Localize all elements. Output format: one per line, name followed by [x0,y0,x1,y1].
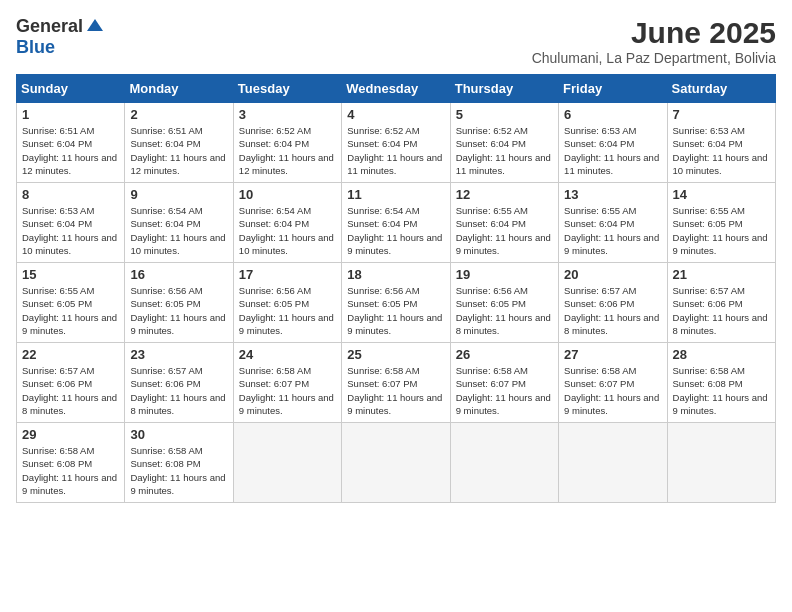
day-info: Sunrise: 6:56 AMSunset: 6:05 PMDaylight:… [456,284,553,337]
day-number: 24 [239,347,336,362]
day-info: Sunrise: 6:57 AMSunset: 6:06 PMDaylight:… [130,364,227,417]
day-number: 17 [239,267,336,282]
day-cell-23: 23Sunrise: 6:57 AMSunset: 6:06 PMDayligh… [125,343,233,423]
empty-cell [450,423,558,503]
location-subtitle: Chulumani, La Paz Department, Bolivia [532,50,776,66]
day-info: Sunrise: 6:58 AMSunset: 6:08 PMDaylight:… [673,364,770,417]
day-info: Sunrise: 6:58 AMSunset: 6:07 PMDaylight:… [239,364,336,417]
day-header-thursday: Thursday [450,75,558,103]
day-number: 5 [456,107,553,122]
day-info: Sunrise: 6:58 AMSunset: 6:08 PMDaylight:… [130,444,227,497]
day-cell-11: 11Sunrise: 6:54 AMSunset: 6:04 PMDayligh… [342,183,450,263]
day-number: 25 [347,347,444,362]
day-number: 11 [347,187,444,202]
day-number: 18 [347,267,444,282]
day-number: 23 [130,347,227,362]
day-cell-14: 14Sunrise: 6:55 AMSunset: 6:05 PMDayligh… [667,183,775,263]
day-info: Sunrise: 6:55 AMSunset: 6:05 PMDaylight:… [673,204,770,257]
day-number: 8 [22,187,119,202]
logo: General Blue [16,16,105,58]
page-header: General Blue June 2025 Chulumani, La Paz… [16,16,776,66]
day-header-wednesday: Wednesday [342,75,450,103]
day-number: 15 [22,267,119,282]
day-info: Sunrise: 6:54 AMSunset: 6:04 PMDaylight:… [347,204,444,257]
day-info: Sunrise: 6:55 AMSunset: 6:04 PMDaylight:… [564,204,661,257]
day-cell-17: 17Sunrise: 6:56 AMSunset: 6:05 PMDayligh… [233,263,341,343]
day-info: Sunrise: 6:53 AMSunset: 6:04 PMDaylight:… [673,124,770,177]
calendar-table: SundayMondayTuesdayWednesdayThursdayFrid… [16,74,776,503]
day-number: 26 [456,347,553,362]
day-info: Sunrise: 6:58 AMSunset: 6:07 PMDaylight:… [564,364,661,417]
day-number: 1 [22,107,119,122]
day-info: Sunrise: 6:56 AMSunset: 6:05 PMDaylight:… [347,284,444,337]
day-cell-1: 1Sunrise: 6:51 AMSunset: 6:04 PMDaylight… [17,103,125,183]
empty-cell [559,423,667,503]
day-info: Sunrise: 6:52 AMSunset: 6:04 PMDaylight:… [239,124,336,177]
empty-cell [667,423,775,503]
day-number: 28 [673,347,770,362]
day-number: 14 [673,187,770,202]
empty-cell [342,423,450,503]
empty-cell [233,423,341,503]
day-cell-25: 25Sunrise: 6:58 AMSunset: 6:07 PMDayligh… [342,343,450,423]
calendar-week-2: 8Sunrise: 6:53 AMSunset: 6:04 PMDaylight… [17,183,776,263]
day-header-friday: Friday [559,75,667,103]
day-number: 19 [456,267,553,282]
day-cell-6: 6Sunrise: 6:53 AMSunset: 6:04 PMDaylight… [559,103,667,183]
day-number: 20 [564,267,661,282]
day-cell-20: 20Sunrise: 6:57 AMSunset: 6:06 PMDayligh… [559,263,667,343]
logo-icon [85,17,105,37]
day-number: 4 [347,107,444,122]
day-info: Sunrise: 6:56 AMSunset: 6:05 PMDaylight:… [130,284,227,337]
day-cell-27: 27Sunrise: 6:58 AMSunset: 6:07 PMDayligh… [559,343,667,423]
day-number: 29 [22,427,119,442]
day-header-saturday: Saturday [667,75,775,103]
day-cell-10: 10Sunrise: 6:54 AMSunset: 6:04 PMDayligh… [233,183,341,263]
day-info: Sunrise: 6:52 AMSunset: 6:04 PMDaylight:… [456,124,553,177]
day-cell-2: 2Sunrise: 6:51 AMSunset: 6:04 PMDaylight… [125,103,233,183]
day-number: 13 [564,187,661,202]
calendar-week-5: 29Sunrise: 6:58 AMSunset: 6:08 PMDayligh… [17,423,776,503]
day-cell-29: 29Sunrise: 6:58 AMSunset: 6:08 PMDayligh… [17,423,125,503]
calendar-week-4: 22Sunrise: 6:57 AMSunset: 6:06 PMDayligh… [17,343,776,423]
day-cell-15: 15Sunrise: 6:55 AMSunset: 6:05 PMDayligh… [17,263,125,343]
day-number: 2 [130,107,227,122]
day-cell-19: 19Sunrise: 6:56 AMSunset: 6:05 PMDayligh… [450,263,558,343]
day-number: 7 [673,107,770,122]
day-info: Sunrise: 6:53 AMSunset: 6:04 PMDaylight:… [564,124,661,177]
day-cell-28: 28Sunrise: 6:58 AMSunset: 6:08 PMDayligh… [667,343,775,423]
day-cell-26: 26Sunrise: 6:58 AMSunset: 6:07 PMDayligh… [450,343,558,423]
day-header-monday: Monday [125,75,233,103]
day-cell-13: 13Sunrise: 6:55 AMSunset: 6:04 PMDayligh… [559,183,667,263]
month-title: June 2025 [532,16,776,50]
day-info: Sunrise: 6:53 AMSunset: 6:04 PMDaylight:… [22,204,119,257]
day-info: Sunrise: 6:57 AMSunset: 6:06 PMDaylight:… [22,364,119,417]
day-info: Sunrise: 6:55 AMSunset: 6:04 PMDaylight:… [456,204,553,257]
day-cell-9: 9Sunrise: 6:54 AMSunset: 6:04 PMDaylight… [125,183,233,263]
day-cell-18: 18Sunrise: 6:56 AMSunset: 6:05 PMDayligh… [342,263,450,343]
day-cell-16: 16Sunrise: 6:56 AMSunset: 6:05 PMDayligh… [125,263,233,343]
day-cell-12: 12Sunrise: 6:55 AMSunset: 6:04 PMDayligh… [450,183,558,263]
day-info: Sunrise: 6:58 AMSunset: 6:07 PMDaylight:… [456,364,553,417]
day-number: 30 [130,427,227,442]
day-header-tuesday: Tuesday [233,75,341,103]
calendar-week-3: 15Sunrise: 6:55 AMSunset: 6:05 PMDayligh… [17,263,776,343]
day-info: Sunrise: 6:52 AMSunset: 6:04 PMDaylight:… [347,124,444,177]
day-number: 16 [130,267,227,282]
day-info: Sunrise: 6:56 AMSunset: 6:05 PMDaylight:… [239,284,336,337]
day-info: Sunrise: 6:51 AMSunset: 6:04 PMDaylight:… [130,124,227,177]
calendar-week-1: 1Sunrise: 6:51 AMSunset: 6:04 PMDaylight… [17,103,776,183]
day-cell-5: 5Sunrise: 6:52 AMSunset: 6:04 PMDaylight… [450,103,558,183]
day-cell-8: 8Sunrise: 6:53 AMSunset: 6:04 PMDaylight… [17,183,125,263]
day-cell-7: 7Sunrise: 6:53 AMSunset: 6:04 PMDaylight… [667,103,775,183]
day-cell-24: 24Sunrise: 6:58 AMSunset: 6:07 PMDayligh… [233,343,341,423]
day-number: 9 [130,187,227,202]
day-cell-30: 30Sunrise: 6:58 AMSunset: 6:08 PMDayligh… [125,423,233,503]
day-number: 12 [456,187,553,202]
day-number: 21 [673,267,770,282]
day-info: Sunrise: 6:58 AMSunset: 6:08 PMDaylight:… [22,444,119,497]
day-number: 10 [239,187,336,202]
day-info: Sunrise: 6:58 AMSunset: 6:07 PMDaylight:… [347,364,444,417]
day-info: Sunrise: 6:54 AMSunset: 6:04 PMDaylight:… [130,204,227,257]
day-cell-21: 21Sunrise: 6:57 AMSunset: 6:06 PMDayligh… [667,263,775,343]
